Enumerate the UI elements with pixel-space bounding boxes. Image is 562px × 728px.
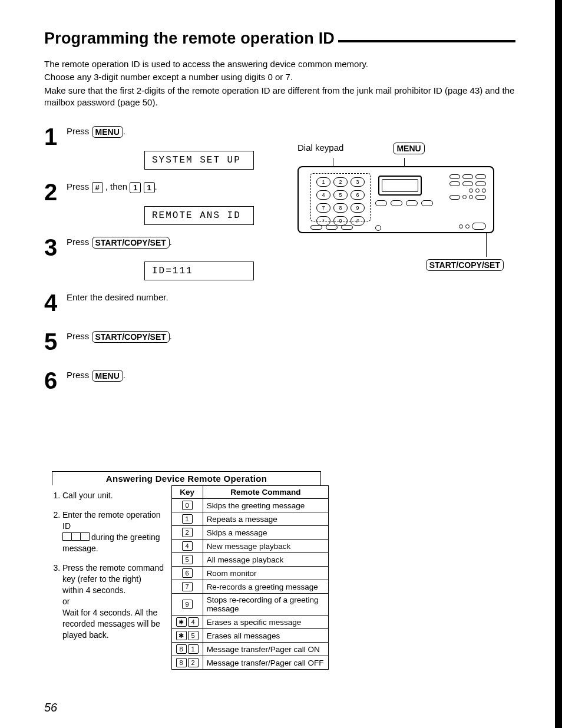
indicator-icon (475, 188, 480, 193)
table-row: ✱5Erases all messages (171, 629, 328, 643)
period: . (155, 181, 157, 191)
start-copy-set-button[interactable]: START/COPY/SET (92, 237, 170, 249)
device-button[interactable] (375, 200, 387, 206)
device-button[interactable] (462, 174, 473, 179)
device-button[interactable] (449, 195, 460, 200)
command-cell: Skips the greeting message (203, 499, 328, 512)
key-icon: 8 (176, 658, 187, 667)
key-4[interactable]: 4 (316, 190, 330, 200)
start-copy-set-label: START/COPY/SET (426, 259, 504, 271)
key-icon: 4 (182, 541, 193, 551)
key-6[interactable]: 6 (351, 190, 365, 200)
device-button[interactable] (341, 225, 353, 230)
key-5[interactable]: 5 (333, 190, 348, 200)
step-number: 5 (44, 330, 67, 353)
table-row: 5All message playback (171, 553, 328, 567)
key-cell: 6 (171, 567, 203, 580)
key-icon: 1 (182, 514, 193, 524)
step-4: 4 Enter the desired number. (44, 291, 515, 315)
step-number: 3 (44, 236, 67, 259)
key-cell: 81 (171, 643, 203, 656)
indicator-icon (469, 195, 473, 199)
indicator-icon (462, 195, 467, 199)
command-cell: New message playback (203, 540, 328, 553)
command-cell: Room monitor (203, 567, 328, 580)
id-boxes-icon (62, 532, 89, 544)
device-button[interactable] (391, 200, 402, 206)
device-button[interactable] (449, 174, 460, 179)
device-button[interactable] (475, 174, 486, 179)
device-buttons (375, 200, 433, 206)
title-rule (338, 40, 515, 42)
indicator-icon (482, 188, 486, 193)
lcd-display: REMOTE ANS ID (144, 206, 254, 225)
hash-key[interactable]: # (92, 182, 103, 193)
key-0[interactable]: 0 (333, 216, 348, 226)
command-cell: Erases a specific message (203, 616, 328, 629)
card-step-1: Call your unit. (62, 490, 164, 501)
intro-line: The remote operation ID is used to acces… (44, 58, 515, 70)
intro-line: Make sure that the first 2-digits of the… (44, 85, 515, 109)
pointer-line (486, 233, 487, 257)
key-icon: 4 (188, 617, 199, 627)
device-button[interactable] (462, 181, 473, 186)
step-number: 1 (44, 125, 67, 148)
key-cell: ✱4 (171, 616, 203, 629)
key-8[interactable]: 8 (333, 203, 348, 213)
key-2[interactable]: 2 (333, 177, 348, 187)
card-heading: Answering Device Remote Operation (52, 471, 321, 485)
key-3[interactable]: 3 (351, 177, 365, 187)
start-copy-set-button[interactable]: START/COPY/SET (92, 331, 170, 343)
key-icon: 5 (188, 631, 199, 640)
table-row: 7Re-records a greeting message (171, 580, 328, 594)
device-button[interactable] (449, 181, 460, 186)
step-text: Press (67, 181, 92, 191)
device-button[interactable] (326, 225, 338, 230)
table-row: ✱4Erases a specific message (171, 616, 328, 629)
remote-operation-card: Answering Device Remote Operation Call y… (52, 471, 329, 670)
step-text: Press (67, 126, 92, 136)
key-hash[interactable]: # (351, 216, 365, 226)
table-row: 0Skips the greeting message (171, 499, 328, 512)
menu-button[interactable]: MENU (92, 370, 123, 382)
one-key[interactable]: 1 (144, 182, 155, 193)
menu-button[interactable]: MENU (92, 126, 123, 138)
command-cell: Message transfer/Pager call ON (203, 643, 328, 656)
key-cell: 4 (171, 540, 203, 553)
period: . (170, 331, 172, 341)
period: . (170, 237, 172, 247)
start-copy-set-button[interactable] (472, 223, 486, 230)
page-title: Programming the remote operation ID (44, 29, 338, 48)
key-icon: ✱ (176, 631, 187, 640)
card-step-2: Enter the remote operation ID during the… (62, 509, 164, 554)
key-1[interactable]: 1 (316, 177, 330, 187)
key-star[interactable]: * (316, 216, 330, 226)
device-button[interactable] (475, 195, 486, 200)
menu-button-label: MENU (393, 143, 424, 154)
one-key[interactable]: 1 (130, 182, 141, 193)
key-7[interactable]: 7 (316, 203, 330, 213)
command-cell: Erases all messages (203, 629, 328, 643)
device-button[interactable] (310, 225, 322, 230)
device-button[interactable] (406, 200, 418, 206)
lcd-display: SYSTEM SET UP (144, 151, 254, 170)
key-9[interactable]: 9 (351, 203, 365, 213)
table-row: 4New message playback (171, 540, 328, 553)
table-row: 2Skips a message (171, 526, 328, 540)
indicator-icon (459, 224, 463, 229)
key-cell: 5 (171, 553, 203, 567)
dial-keypad-label: Dial keypad (297, 143, 343, 154)
col-key: Key (171, 486, 203, 499)
command-cell: Re-records a greeting message (203, 580, 328, 594)
device-button[interactable] (421, 200, 433, 206)
step-6: 6 Press MENU. (44, 369, 515, 392)
key-cell: 0 (171, 499, 203, 512)
key-cell: ✱5 (171, 629, 203, 643)
device-button[interactable] (475, 181, 486, 186)
intro-line: Choose any 3-digit number except a numbe… (44, 71, 515, 83)
command-cell: Message transfer/Pager call OFF (203, 656, 328, 670)
step-text: Press (67, 237, 92, 247)
table-row: 9Stops re-recording of a greeting messag… (171, 594, 328, 616)
key-icon: 8 (176, 644, 187, 654)
key-cell: 2 (171, 526, 203, 540)
